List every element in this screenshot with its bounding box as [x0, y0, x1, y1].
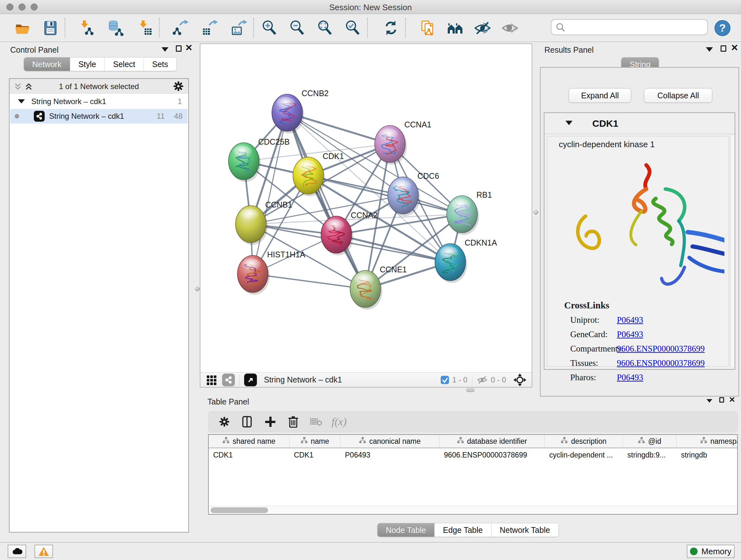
- crosslink-link-compartments[interactable]: 9606.ENSP00000378699: [617, 344, 704, 354]
- node-CDC6[interactable]: CDC6: [388, 172, 439, 216]
- panel-menu-icon[interactable]: [706, 399, 712, 402]
- right-splitter-handle[interactable]: [532, 209, 539, 216]
- crosslink-link-uniprot[interactable]: P06493: [617, 315, 643, 325]
- tab-network[interactable]: Network: [24, 57, 70, 71]
- table-toolbar: f(x): [208, 411, 738, 432]
- crosslink-link-pharos[interactable]: P06493: [617, 373, 643, 382]
- hide-selected-icon[interactable]: [473, 18, 492, 38]
- cell[interactable]: CDK1: [289, 448, 340, 462]
- gene-name: CDK1: [592, 118, 618, 129]
- network-options-gear-icon[interactable]: [173, 81, 184, 93]
- fit-content-icon[interactable]: [316, 18, 335, 38]
- cell[interactable]: CDK1: [209, 448, 289, 462]
- bottom-splitter-handle[interactable]: [466, 388, 475, 392]
- panel-menu-icon[interactable]: [706, 47, 713, 52]
- node-table[interactable]: shared namenamecanonical namedatabase id…: [208, 434, 738, 515]
- node-CDKN1A[interactable]: CDKN1A: [435, 238, 497, 283]
- crosslink-link-genecard[interactable]: P06493: [617, 329, 643, 339]
- column-header-canonical-name[interactable]: canonical name: [340, 435, 440, 448]
- panel-float-icon[interactable]: [721, 45, 726, 52]
- cloud-status-button[interactable]: [8, 545, 26, 558]
- column-header-description[interactable]: description: [545, 435, 623, 448]
- refresh-icon[interactable]: [381, 18, 401, 38]
- network-collection-row[interactable]: String Network – cdk1 1: [10, 94, 188, 109]
- node-CCNE1[interactable]: CCNE1: [350, 265, 407, 310]
- tab-sets[interactable]: Sets: [144, 57, 177, 71]
- svg-text:CDC25B: CDC25B: [258, 137, 290, 146]
- search-input[interactable]: [568, 21, 702, 33]
- panel-menu-icon[interactable]: [161, 47, 169, 52]
- import-table-icon[interactable]: [135, 18, 154, 38]
- node-RB1[interactable]: RB1: [447, 190, 492, 235]
- tab-network-table[interactable]: Network Table: [491, 523, 558, 537]
- memory-button[interactable]: Memory: [687, 545, 735, 558]
- scrollbar-thumb[interactable]: [211, 507, 268, 513]
- panel-float-icon[interactable]: [719, 397, 724, 402]
- hidden-count-badge: 0 - 0: [491, 375, 506, 384]
- table-options-gear-icon[interactable]: [217, 415, 231, 429]
- show-columns-icon[interactable]: [240, 415, 254, 429]
- panel-close-icon[interactable]: ✕: [731, 45, 738, 51]
- zoom-out-icon[interactable]: [288, 18, 307, 38]
- result-card-header[interactable]: CDK1: [544, 113, 735, 134]
- search-box[interactable]: [551, 19, 708, 35]
- node-CDC25B[interactable]: CDC25B: [228, 137, 290, 182]
- column-header-namespace[interactable]: namespace: [677, 435, 738, 448]
- string-view-icon[interactable]: [222, 374, 235, 386]
- column-header-shared-name[interactable]: shared name: [209, 435, 289, 448]
- show-all-icon[interactable]: [500, 18, 520, 38]
- node-CCNA1[interactable]: CCNA1: [375, 120, 431, 165]
- open-in-browser-icon[interactable]: [244, 374, 257, 386]
- tab-select[interactable]: Select: [105, 57, 144, 71]
- open-session-icon[interactable]: [13, 18, 32, 38]
- selected-checkbox-icon[interactable]: [440, 375, 450, 385]
- column-header-database-identifier[interactable]: database identifier: [440, 435, 545, 448]
- cell[interactable]: cyclin-dependent ...: [545, 448, 623, 462]
- duplicate-network-icon[interactable]: [418, 18, 437, 38]
- add-column-icon[interactable]: [263, 415, 277, 429]
- save-session-icon[interactable]: [41, 18, 60, 38]
- zoom-selected-icon[interactable]: [343, 18, 362, 38]
- node-CDK1[interactable]: CDK1: [293, 152, 344, 196]
- import-database-icon[interactable]: [106, 18, 125, 38]
- panel-close-icon[interactable]: ✕: [185, 45, 192, 51]
- node-HIST1H1A[interactable]: HIST1H1A: [238, 250, 306, 295]
- table-panel: Table Panel ✕ f(x) shared namenamecanoni…: [200, 396, 741, 542]
- crosslink-link-tissues[interactable]: 9606.ENSP00000378699: [617, 358, 704, 368]
- birdseye-grid-icon[interactable]: [206, 374, 218, 386]
- panel-float-icon[interactable]: [176, 45, 182, 52]
- network-row[interactable]: String Network – cdk1 11 48: [10, 109, 188, 124]
- zoom-in-icon[interactable]: [260, 18, 279, 38]
- table-row[interactable]: CDK1CDK1P064939606.ENSP00000378699cyclin…: [209, 448, 737, 462]
- cell[interactable]: stringdb:9...: [623, 448, 677, 462]
- birdseye-toggle-icon[interactable]: [513, 373, 527, 387]
- network-view[interactable]: CCNB2 CCNA1 CDC25B CDK1 CDC6 RB1 CCNB1 C…: [200, 44, 532, 388]
- tab-node-table[interactable]: Node Table: [378, 523, 434, 537]
- help-icon[interactable]: ?: [713, 18, 732, 38]
- first-neighbors-icon[interactable]: [446, 18, 465, 38]
- panel-close-icon[interactable]: ✕: [729, 396, 735, 403]
- node-CCNB2[interactable]: CCNB2: [272, 89, 329, 133]
- warnings-button[interactable]: [35, 545, 53, 558]
- column-header-name[interactable]: name: [289, 435, 340, 448]
- export-network-icon[interactable]: [171, 18, 190, 38]
- import-network-icon[interactable]: [77, 18, 96, 38]
- tree-expand-icon[interactable]: [18, 99, 25, 104]
- export-table-icon[interactable]: [200, 18, 219, 38]
- protein-structure-image: [550, 152, 724, 293]
- cell[interactable]: P06493: [340, 448, 440, 462]
- collapse-section-icon[interactable]: [565, 121, 572, 125]
- tab-edge-table[interactable]: Edge Table: [434, 523, 491, 537]
- export-image-icon[interactable]: [229, 18, 249, 38]
- expand-all-button[interactable]: Expand All: [569, 88, 631, 103]
- table-hscrollbar[interactable]: [209, 506, 737, 514]
- network-graph[interactable]: CCNB2 CCNA1 CDC25B CDK1 CDC6 RB1 CCNB1 C…: [200, 44, 532, 372]
- cell[interactable]: 9606.ENSP00000378699: [440, 448, 545, 462]
- column-header--id[interactable]: @id: [623, 435, 677, 448]
- tab-style[interactable]: Style: [70, 57, 105, 71]
- delete-column-icon[interactable]: [286, 415, 300, 429]
- edge-CCNB2-CCNE1: [287, 113, 365, 289]
- cell[interactable]: stringdb: [677, 448, 738, 462]
- results-scrollbar[interactable]: [730, 136, 735, 367]
- collapse-all-button[interactable]: Collapse All: [644, 88, 712, 103]
